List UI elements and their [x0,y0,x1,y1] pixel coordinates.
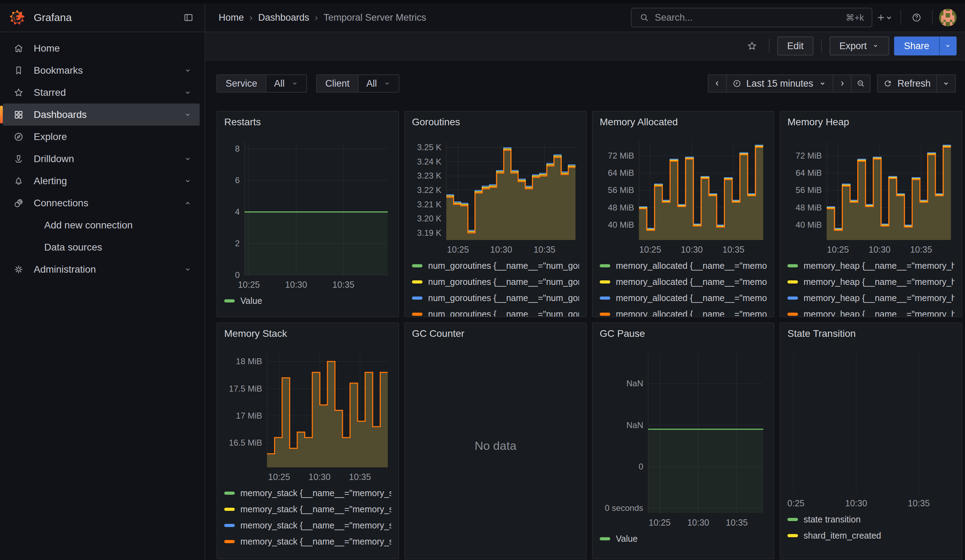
svg-text:4: 4 [235,207,240,217]
variable-filter-client[interactable]: ClientAll [316,74,399,93]
sidebar-item-drilldown[interactable]: Drilldown [3,148,200,170]
sidebar-item-home[interactable]: Home [3,37,200,59]
refresh-interval-button[interactable] [937,75,955,92]
sidebar-item-add-new-connection[interactable]: Add new connection [3,214,200,236]
sidebar-item-label: Add new connection [44,220,132,231]
sidebar-item-administration[interactable]: Administration [3,258,200,280]
sidebar-item-label: Bookmarks [34,65,83,76]
panel-title[interactable]: Goroutines [412,116,579,129]
legend-item[interactable]: state transition [787,511,955,527]
timeseries-chart[interactable]: 18 MiB17.5 MiB17 MiB16.5 MiB10:2510:3010… [224,348,392,483]
timeseries-chart[interactable]: 8642010:2510:3010:35 [224,137,392,291]
sidebar-item-dashboards[interactable]: Dashboards [3,103,200,126]
legend-series-label: memory_heap {__name__="memory_he [803,261,955,271]
help-button[interactable] [908,8,926,27]
legend-item[interactable]: num_goroutines {__name__="num_gorou [412,258,579,274]
add-new-button[interactable] [876,8,894,27]
legend-item[interactable]: num_goroutines {__name__="num_gorou [412,274,579,290]
time-shift-forward-button[interactable] [833,75,852,92]
sidebar-item-alerting[interactable]: Alerting [3,170,200,192]
filter-value-dropdown[interactable]: All [359,75,399,92]
star-icon [13,87,24,98]
timeseries-chart[interactable]: 3.25 K3.24 K3.23 K3.22 K3.21 K3.20 K3.19… [412,137,580,255]
legend-item[interactable]: num_goroutines {__name__="num_gorou [412,306,579,317]
legend-item[interactable]: memory_heap {__name__="memory_he [787,290,955,306]
timeseries-chart[interactable]: 10:2510:3010:35 [787,348,955,509]
favorite-star-button[interactable] [743,37,761,55]
legend-item[interactable]: memory_allocated {__name__="memor [600,306,767,317]
drilldown-icon [13,154,24,164]
panel-title[interactable]: Restarts [224,116,391,129]
legend-item[interactable]: memory_heap {__name__="memory_he [787,306,955,317]
legend-item[interactable]: memory_stack {__name__="memory_st [224,533,391,550]
panel-title[interactable]: Memory Stack [224,327,391,340]
no-data-message: No data [405,439,586,452]
svg-text:16.5 MiB: 16.5 MiB [229,438,262,447]
connections-icon [13,198,24,208]
legend-series-color [224,491,235,495]
clock-icon [732,79,741,88]
legend-item[interactable]: memory_stack {__name__="memory_st [224,485,391,501]
variable-filter-service[interactable]: ServiceAll [216,74,307,93]
time-shift-back-button[interactable] [708,75,727,92]
time-range-picker[interactable]: Last 15 minutes [727,75,834,92]
filter-value-dropdown[interactable]: All [267,75,306,92]
share-button[interactable]: Share [894,36,939,56]
filter-label: Client [317,75,359,92]
timeseries-chart[interactable]: 72 MiB64 MiB56 MiB48 MiB40 MiB10:2510:30… [600,137,767,255]
legend-item[interactable]: memory_allocated {__name__="memor [600,274,767,290]
sidebar-item-bookmarks[interactable]: Bookmarks [3,59,200,82]
svg-text:40 MiB: 40 MiB [795,220,822,230]
legend-item[interactable]: memory_heap {__name__="memory_he [787,274,955,290]
sidebar-item-data-sources[interactable]: Data sources [3,236,200,258]
bookmark-icon [13,65,24,76]
search-input[interactable]: Search... ⌘+k [631,8,872,28]
legend-item[interactable]: Value [600,531,767,547]
sidebar-item-starred[interactable]: Starred [3,82,200,103]
svg-text:3.24 K: 3.24 K [417,157,442,166]
panel-title[interactable]: Memory Allocated [600,116,767,129]
legend-item[interactable]: memory_stack {__name__="memory_st [224,517,391,533]
legend-item[interactable]: memory_allocated {__name__="memor [600,290,767,306]
sidebar-toggle-button[interactable] [179,8,198,27]
svg-text:72 MiB: 72 MiB [795,151,822,160]
legend-item[interactable]: num_goroutines {__name__="num_gorou [412,290,579,306]
panel-title[interactable]: GC Pause [600,327,767,340]
edit-button[interactable]: Edit [777,36,813,56]
sidebar-item-label: Home [34,43,60,54]
legend-item[interactable]: shard_item_created [787,527,955,544]
app-header: Grafana Home›Dashboards›Temporal Server … [0,3,965,32]
panel-title[interactable]: GC Counter [412,327,579,340]
legend-item[interactable]: memory_heap {__name__="memory_he [787,258,955,274]
svg-text:10:30: 10:30 [681,245,703,255]
legend-series-label: num_goroutines {__name__="num_gorou [428,309,579,318]
panel-title[interactable]: Memory Heap [787,116,955,129]
timeseries-chart[interactable]: 72 MiB64 MiB56 MiB48 MiB40 MiB10:2510:30… [787,137,955,255]
panel-gc-counter: GC CounterNo data [404,322,587,559]
dashboard-toolbar: Edit Export Share [205,32,965,60]
grid-icon [13,109,24,120]
legend-series-label: memory_stack {__name__="memory_st [240,488,391,498]
share-menu-button[interactable] [939,36,957,56]
legend-series-color [412,297,422,300]
svg-text:17.5 MiB: 17.5 MiB [229,384,262,393]
legend-item[interactable]: memory_allocated {__name__="memor [600,258,767,274]
breadcrumb-item[interactable]: Home [219,12,244,23]
sidebar-nav: HomeBookmarksStarredDashboardsExploreDri… [0,32,205,560]
panel-title[interactable]: State Transition [787,327,955,340]
legend-item[interactable]: Value [224,292,391,309]
export-button[interactable]: Export [829,36,889,56]
sidebar-item-connections[interactable]: Connections [3,192,200,214]
legend-item[interactable]: memory_stack {__name__="memory_st [224,501,391,517]
user-avatar[interactable] [939,9,957,26]
panel-memory-heap: Memory Heap72 MiB64 MiB56 MiB48 MiB40 Mi… [780,111,962,317]
breadcrumb-item[interactable]: Dashboards [258,12,309,23]
timeseries-chart[interactable]: NaNNaN00 seconds10:2510:3010:35 [600,348,767,528]
refresh-button[interactable]: Refresh [878,75,937,92]
share-label: Share [904,41,929,52]
legend-series-label: Value [616,534,638,544]
panel-legend: num_goroutines {__name__="num_gorounum_g… [412,258,579,317]
panel-gc-pause: GC PauseNaNNaN00 seconds10:2510:3010:35V… [592,322,774,559]
zoom-out-button[interactable] [852,75,870,92]
sidebar-item-explore[interactable]: Explore [3,126,200,148]
